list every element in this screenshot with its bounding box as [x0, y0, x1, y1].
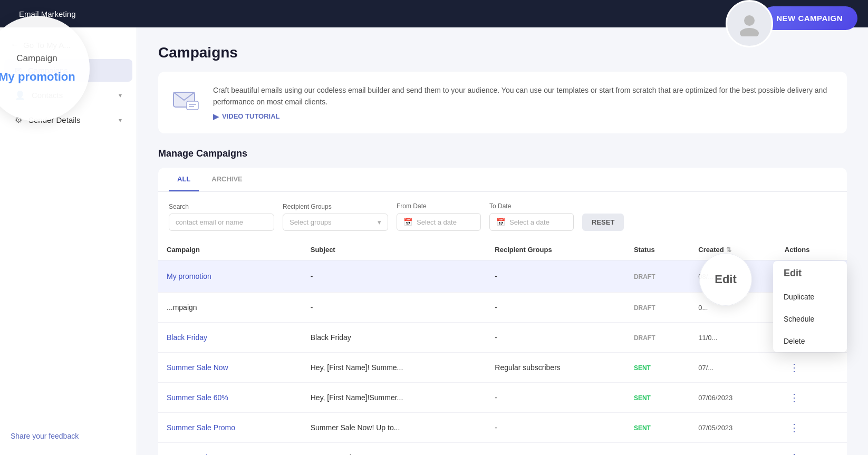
from-date-input[interactable]: 📅 Select a date	[397, 213, 481, 231]
recipient-groups-placeholder: Select groups	[290, 218, 332, 226]
video-tutorial-label: VIDEO TUTORIAL	[222, 112, 280, 120]
status-cell: SENT	[625, 383, 690, 413]
context-menu-edit[interactable]: Edit	[773, 261, 847, 286]
table-row: Summer Sale Summer Sale Now! Up to... - …	[158, 443, 847, 456]
th-recipient-groups: Recipient Groups	[486, 239, 625, 260]
status-badge: DRAFT	[634, 304, 655, 312]
table-row: Black Friday Black Friday - DRAFT 11/0..…	[158, 323, 847, 353]
subject-cell: Hey, [First Name]!Summer...	[302, 383, 487, 413]
campaign-name-cell: Black Friday	[158, 323, 302, 353]
search-input[interactable]	[169, 214, 274, 231]
status-badge: SENT	[634, 394, 651, 402]
video-tutorial-link[interactable]: ▶ VIDEO TUTORIAL	[213, 112, 834, 121]
campaign-name-link[interactable]: Summer Sale 60%	[167, 393, 228, 402]
th-subject: Subject	[302, 239, 487, 260]
svg-point-0	[744, 15, 755, 26]
actions-button[interactable]: ⋮	[785, 450, 804, 455]
reset-button[interactable]: RESET	[582, 214, 624, 231]
new-campaign-button[interactable]: NEW CAMPAIGN	[761, 6, 857, 30]
actions-button[interactable]: ⋮	[785, 420, 804, 435]
table-header-row: Campaign Subject Recipient Groups Status…	[158, 239, 847, 260]
status-cell: SENT	[625, 353, 690, 383]
info-banner: Craft beautiful emails using our codeles…	[158, 72, 847, 133]
context-menu-duplicate[interactable]: Duplicate	[773, 286, 847, 308]
zoom-my-promotion: My promotion	[0, 70, 75, 84]
campaign-name-cell: ...mpaign	[158, 293, 302, 323]
contacts-chevron-icon: ▾	[119, 92, 122, 99]
zoom-campaign-label: Campaign	[16, 53, 57, 64]
from-date-placeholder: Select a date	[417, 218, 457, 226]
to-date-input[interactable]: 📅 Select a date	[489, 213, 574, 231]
date-text: 07/06/2023	[698, 394, 732, 402]
status-badge: DRAFT	[634, 273, 655, 280]
feedback-link[interactable]: Share your feedback	[0, 425, 137, 447]
status-badge: SENT	[634, 364, 651, 372]
created-cell: 07/06/2023	[690, 383, 776, 413]
subject-cell: Summer Sale Now! Up to...	[302, 413, 487, 443]
main-layout: ← Go To My A... ✉ Campaigns 👤 Contacts ▾…	[0, 27, 868, 455]
to-date-label: To Date	[489, 202, 574, 210]
recipient-groups-cell: -	[486, 323, 625, 353]
status-cell: SENT	[625, 443, 690, 456]
table-row: Summer Sale Now Hey, [First Name]! Summe…	[158, 353, 847, 383]
from-date-label: From Date	[397, 202, 481, 210]
svg-point-1	[740, 28, 759, 36]
recipient-groups-cell: -	[486, 413, 625, 443]
campaign-name-link[interactable]: My promotion	[167, 272, 211, 280]
edit-tooltip-circle: Edit	[699, 253, 752, 306]
th-actions: Actions	[776, 239, 847, 260]
th-status: Status	[625, 239, 690, 260]
avatar	[726, 0, 773, 47]
table-row: Summer Sale 60% Hey, [First Name]!Summer…	[158, 383, 847, 413]
th-campaign: Campaign	[158, 239, 302, 260]
actions-cell: ⋮	[776, 443, 847, 456]
filters-row: Search Recipient Groups Select groups ▾ …	[158, 192, 847, 239]
context-menu-schedule[interactable]: Schedule	[773, 308, 847, 330]
created-cell: 11/0...	[690, 323, 776, 353]
actions-cell: ⋮	[776, 383, 847, 413]
tab-all[interactable]: ALL	[169, 168, 199, 191]
from-date-calendar-icon: 📅	[403, 218, 412, 226]
from-date-filter-group: From Date 📅 Select a date	[397, 202, 481, 231]
date-text: 11/0...	[698, 334, 717, 342]
campaign-name-link[interactable]: Summer Sale Promo	[167, 423, 235, 432]
status-cell: DRAFT	[625, 260, 690, 293]
tab-archive[interactable]: ARCHIVE	[203, 168, 251, 191]
campaign-name-cell: Summer Sale	[158, 443, 302, 456]
actions-button[interactable]: ⋮	[785, 390, 804, 405]
play-icon: ▶	[213, 112, 219, 121]
recipient-groups-select[interactable]: Select groups ▾	[283, 214, 388, 231]
status-cell: DRAFT	[625, 323, 690, 353]
status-badge: DRAFT	[634, 334, 655, 342]
campaign-name-cell: My promotion	[158, 260, 302, 293]
recipient-groups-cell: -	[486, 443, 625, 456]
to-date-calendar-icon: 📅	[496, 218, 505, 226]
select-chevron-icon: ▾	[378, 218, 381, 226]
campaign-name-link[interactable]: Summer Sale Now	[167, 363, 228, 372]
recipient-groups-cell: -	[486, 383, 625, 413]
subject-cell: -	[302, 293, 487, 323]
email-illustration-icon	[171, 84, 202, 121]
created-cell: 07/...	[690, 353, 776, 383]
subject-cell: Hey, [First Name]! Summe...	[302, 353, 487, 383]
campaign-name-cell: Summer Sale Now	[158, 353, 302, 383]
status-cell: SENT	[625, 413, 690, 443]
created-cell: 07/04/2023	[690, 443, 776, 456]
manage-campaigns-title: Manage Campaigns	[158, 148, 847, 159]
campaign-name-link[interactable]: Black Friday	[167, 333, 207, 342]
context-menu-delete[interactable]: Delete	[773, 330, 847, 352]
table-row: Summer Sale Promo Summer Sale Now! Up to…	[158, 413, 847, 443]
actions-button[interactable]: ⋮	[785, 360, 804, 375]
date-text: 07/05/2023	[698, 424, 732, 432]
content-area: Campaigns Craft beautiful emails using o…	[137, 27, 868, 455]
status-badge: SENT	[634, 424, 651, 432]
info-banner-content: Craft beautiful emails using our codeles…	[213, 84, 834, 121]
date-text: 07/...	[698, 364, 713, 372]
campaigns-card: ALL ARCHIVE Search Recipient Groups Sele…	[158, 168, 847, 455]
actions-cell: ⋮	[776, 353, 847, 383]
date-text: 0...	[698, 304, 708, 312]
recipient-groups-cell: -	[486, 260, 625, 293]
sender-chevron-icon: ▾	[119, 117, 122, 124]
sort-icon: ⇅	[726, 246, 731, 254]
campaign-name-cell: Summer Sale Promo	[158, 413, 302, 443]
